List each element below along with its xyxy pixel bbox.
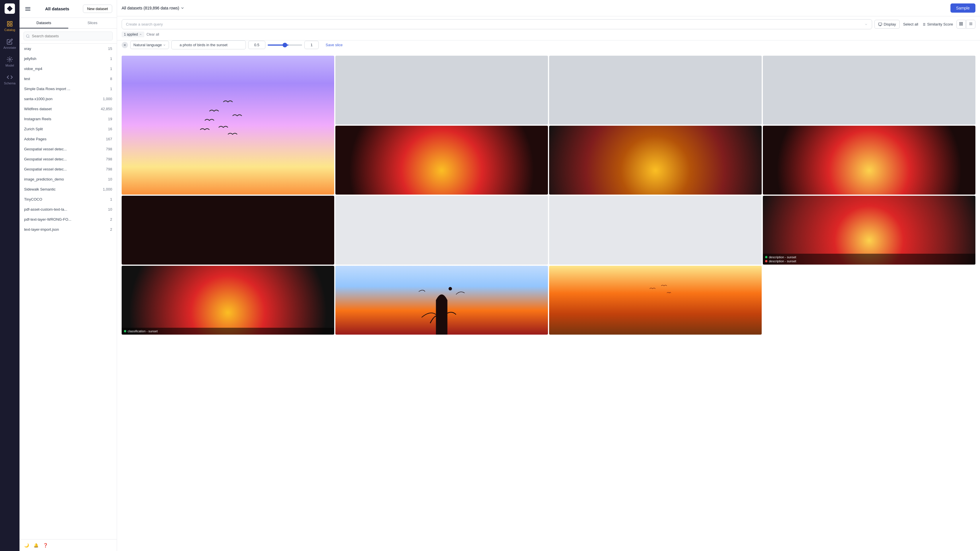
filter-bar: Create a search query Display Select all xyxy=(117,16,980,40)
image-cell[interactable] xyxy=(336,196,548,264)
image-cell[interactable] xyxy=(122,196,334,264)
dataset-search-input[interactable] xyxy=(24,32,113,40)
grid-icon xyxy=(959,22,963,26)
score-max-input[interactable] xyxy=(304,41,319,49)
label-dot xyxy=(124,330,126,332)
hamburger-menu-button[interactable] xyxy=(24,6,32,12)
label-dot xyxy=(765,260,767,262)
list-item[interactable]: vidoe_mp4 1 xyxy=(19,64,117,74)
list-item[interactable]: Zurich Split 16 xyxy=(19,124,117,134)
list-item[interactable]: Geospatial vessel detec... 798 xyxy=(19,144,117,154)
image-grid: description - sunset description - sunse… xyxy=(117,52,980,551)
list-item[interactable]: text-layer-import.json 2 xyxy=(19,225,117,234)
save-slice-button[interactable]: Save slice xyxy=(326,42,342,48)
svg-point-5 xyxy=(26,34,29,37)
display-button[interactable]: Display xyxy=(874,20,900,29)
score-min-input[interactable] xyxy=(248,41,266,49)
list-item[interactable]: jellyfish 1 xyxy=(19,54,117,64)
remove-filter-button[interactable] xyxy=(122,42,128,48)
image-cell[interactable]: description - sunset description - sunse… xyxy=(763,196,975,264)
applied-filter-badge[interactable]: 1 applied xyxy=(122,32,144,37)
image-cell[interactable] xyxy=(336,126,548,194)
left-navigation: Catalog Annotate Model Schema xyxy=(0,0,19,551)
image-labels: description - sunset description - sunse… xyxy=(763,254,975,264)
image-cell[interactable] xyxy=(549,126,762,194)
sidebar-item-catalog[interactable]: Catalog xyxy=(0,18,19,34)
sidebar-item-model[interactable]: Model xyxy=(0,54,19,70)
label-tag: description - sunset xyxy=(765,260,973,263)
list-item[interactable]: TinyCOCO 1 xyxy=(19,194,117,204)
main-content: All datasets (819,896 data rows) Sample … xyxy=(117,0,980,551)
svg-rect-18 xyxy=(959,24,961,25)
svg-rect-19 xyxy=(961,24,963,25)
dataset-selector[interactable]: All datasets (819,896 data rows) xyxy=(122,6,185,10)
list-item[interactable]: Simple Data Rows import ... 1 xyxy=(19,84,117,94)
svg-point-27 xyxy=(449,287,452,290)
image-cell[interactable] xyxy=(549,196,762,264)
chevron-down-icon xyxy=(163,44,166,46)
sidebar-item-annotate[interactable]: Annotate xyxy=(0,36,19,52)
image-cell[interactable] xyxy=(336,266,548,334)
notifications-icon[interactable]: 🔔 xyxy=(33,543,38,548)
svg-point-4 xyxy=(9,59,11,60)
clear-all-button[interactable]: Clear all xyxy=(146,32,159,37)
new-dataset-button[interactable]: New dataset xyxy=(83,5,112,13)
image-cell[interactable] xyxy=(549,56,762,124)
search-icon-wrap xyxy=(24,32,113,40)
list-icon xyxy=(969,22,973,26)
sample-button[interactable]: Sample xyxy=(950,3,975,13)
chevron-up-icon xyxy=(139,33,142,36)
dark-mode-icon[interactable]: 🌙 xyxy=(24,543,29,548)
list-item[interactable]: Geospatial vessel detec... 798 xyxy=(19,154,117,164)
svg-rect-2 xyxy=(8,24,9,26)
image-cell[interactable] xyxy=(763,56,975,124)
list-item[interactable]: Geospatial vessel detec... 798 xyxy=(19,164,117,174)
search-icon xyxy=(26,34,30,38)
tab-datasets[interactable]: Datasets xyxy=(19,18,68,29)
list-item[interactable]: Sidewalk Semantic 1,000 xyxy=(19,184,117,194)
list-item[interactable]: test 8 xyxy=(19,74,117,84)
select-all-button[interactable]: Select all xyxy=(903,22,918,26)
language-select[interactable]: Natural language xyxy=(130,41,169,49)
filter-row2: 1 applied Clear all xyxy=(122,32,975,37)
score-slider[interactable] xyxy=(268,45,302,46)
list-item[interactable]: Wildfires dataset 42,850 xyxy=(19,104,117,114)
sidebar-bottom-controls: 🌙 🔔 ❓ xyxy=(19,539,117,551)
tab-slices[interactable]: Slices xyxy=(68,18,117,29)
list-item[interactable]: Instagram Reels 19 xyxy=(19,114,117,124)
label-tag: classification - sunset xyxy=(124,330,332,333)
label-dot xyxy=(765,256,767,258)
sidebar-title: All datasets xyxy=(45,6,69,11)
sidebar-item-schema[interactable]: Schema xyxy=(0,72,19,87)
image-cell[interactable] xyxy=(763,126,975,194)
list-item[interactable]: xray 15 xyxy=(19,44,117,54)
grid-view-button[interactable] xyxy=(956,20,966,29)
sidebar-tabs: Datasets Slices xyxy=(19,18,117,29)
list-view-button[interactable] xyxy=(966,20,975,29)
search-query-input[interactable]: Create a search query xyxy=(122,19,872,29)
chevron-down-icon xyxy=(180,6,185,10)
query-text-input[interactable] xyxy=(171,40,246,49)
svg-rect-17 xyxy=(961,22,963,24)
list-item[interactable]: pdf-text-layer-WRONG-FO... 2 xyxy=(19,214,117,225)
image-cell[interactable] xyxy=(336,56,548,124)
filter-actions: Display Select all Similarity Score xyxy=(874,20,975,29)
topbar: All datasets (819,896 data rows) Sample xyxy=(117,0,980,16)
dataset-list: xray 15 jellyfish 1 vidoe_mp4 1 test 8 S… xyxy=(19,44,117,539)
app-logo xyxy=(5,3,15,14)
svg-rect-7 xyxy=(878,23,882,25)
list-item[interactable]: pdf-asset-custom-text-la... 10 xyxy=(19,204,117,214)
svg-rect-3 xyxy=(10,24,12,26)
list-item[interactable]: santa-x1000.json 1,000 xyxy=(19,94,117,104)
display-icon xyxy=(878,22,882,26)
query-filter-row: Natural language Save slice xyxy=(117,40,980,52)
image-labels: classification - sunset xyxy=(122,328,334,334)
svg-line-6 xyxy=(29,37,30,38)
similarity-score-button[interactable]: Similarity Score xyxy=(922,22,953,26)
list-item[interactable]: Adobe Pages 167 xyxy=(19,134,117,144)
help-icon[interactable]: ❓ xyxy=(43,543,48,548)
image-cell[interactable] xyxy=(549,266,762,334)
list-item[interactable]: image_prediction_demo 10 xyxy=(19,174,117,184)
image-cell[interactable] xyxy=(122,56,334,194)
image-cell[interactable]: classification - sunset xyxy=(122,266,334,334)
